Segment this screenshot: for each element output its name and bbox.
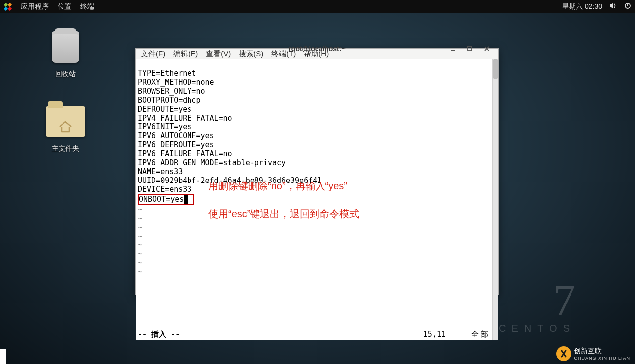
trash-label: 回收站 — [36, 70, 95, 79]
scrollbar[interactable] — [492, 59, 498, 340]
menu-places[interactable]: 位置 — [58, 2, 71, 11]
centos-branding: 7 CENTOS — [499, 278, 575, 334]
term-line: IPV6INIT=yes — [138, 122, 191, 131]
watermark-logo-icon — [556, 346, 571, 361]
titlebar[interactable]: root@localhost:~ — [136, 49, 498, 49]
vim-tilde: ~ — [138, 267, 142, 276]
trash-icon — [52, 31, 79, 63]
annotation-2: 使用“esc”键退出，退回到命令模式 — [208, 209, 359, 218]
desktop-home[interactable]: 主文件夹 — [36, 102, 95, 153]
vim-status-line: -- 插入 -- 15,11 全部 — [138, 330, 490, 339]
term-line: IPV6_ADDR_GEN_MODE=stable-privacy — [138, 158, 286, 167]
vim-tilde: ~ — [138, 241, 142, 249]
vim-tilde: ~ — [138, 223, 142, 232]
bottom-edge — [0, 349, 6, 364]
vim-mode: -- 插入 -- — [138, 330, 180, 339]
volume-icon[interactable] — [609, 2, 617, 11]
annotation-1: 用删除键删除“no”，再输入“yes” — [208, 182, 347, 190]
vim-tilde: ~ — [138, 258, 142, 267]
close-button[interactable] — [478, 43, 495, 54]
vim-tilde: ~ — [138, 232, 142, 241]
term-line: PROXY_METHOD=none — [138, 78, 214, 87]
maximize-button[interactable] — [461, 43, 478, 54]
centos-name: CENTOS — [499, 323, 575, 334]
menu-applications[interactable]: 应用程序 — [21, 2, 49, 11]
term-line: IPV6_FAILURE_FATAL=no — [138, 149, 232, 158]
cursor — [184, 195, 188, 204]
term-line: IPV4_FAILURE_FATAL=no — [138, 114, 232, 122]
term-line: NAME=ens33 — [138, 167, 183, 176]
term-line: DEVICE=ens33 — [138, 185, 191, 194]
terminal-window: root@localhost:~ 文件(F) 编辑(E) 查看(V) 搜索(S)… — [135, 48, 499, 295]
term-line: BROWSER_ONLY=no — [138, 87, 205, 96]
menu-terminal[interactable]: 终端 — [80, 2, 94, 11]
scrollbar-thumb[interactable] — [493, 59, 498, 79]
svg-marker-4 — [610, 3, 613, 9]
term-line: TYPE=Ethernet — [138, 69, 196, 78]
term-line: BOOTPROTO=dhcp — [138, 96, 200, 105]
power-icon[interactable] — [624, 2, 631, 11]
desktop-trash[interactable]: 回收站 — [36, 27, 95, 79]
vim-percent: 全部 — [471, 330, 490, 339]
vim-tilde: ~ — [138, 249, 142, 258]
minimize-button[interactable] — [444, 43, 461, 54]
vim-tilde: ~ — [138, 214, 142, 223]
top-panel-right: 星期六 02:30 — [562, 2, 631, 11]
term-line: DEFROUTE=yes — [138, 105, 191, 114]
folder-icon — [46, 106, 85, 137]
distro-icon — [4, 3, 12, 11]
clock[interactable]: 星期六 02:30 — [562, 2, 602, 11]
top-panel: 应用程序 位置 终端 星期六 02:30 — [0, 0, 635, 13]
watermark-text-py: CHUANG XIN HU LIAN — [574, 356, 630, 361]
svg-rect-8 — [468, 47, 472, 51]
highlighted-line: ONBOOT=yes — [138, 194, 194, 205]
svg-rect-0 — [4, 3, 8, 7]
centos-version: 7 — [499, 278, 575, 323]
svg-rect-2 — [4, 6, 8, 10]
home-label: 主文件夹 — [36, 144, 95, 153]
terminal-content[interactable]: TYPE=Ethernet PROXY_METHOD=none BROWSER_… — [136, 59, 498, 340]
watermark: 创新互联 CHUANG XIN HU LIAN — [556, 346, 630, 361]
vim-tilde: ~ — [138, 205, 142, 214]
svg-rect-3 — [8, 6, 12, 10]
window-title: root@localhost:~ — [136, 45, 498, 53]
term-line: IPV6_AUTOCONF=yes — [138, 131, 214, 140]
top-panel-left: 应用程序 位置 终端 — [4, 2, 94, 11]
svg-rect-1 — [8, 3, 12, 7]
watermark-text-cn: 创新互联 — [574, 347, 630, 356]
term-line: IPV6_DEFROUTE=yes — [138, 140, 214, 149]
